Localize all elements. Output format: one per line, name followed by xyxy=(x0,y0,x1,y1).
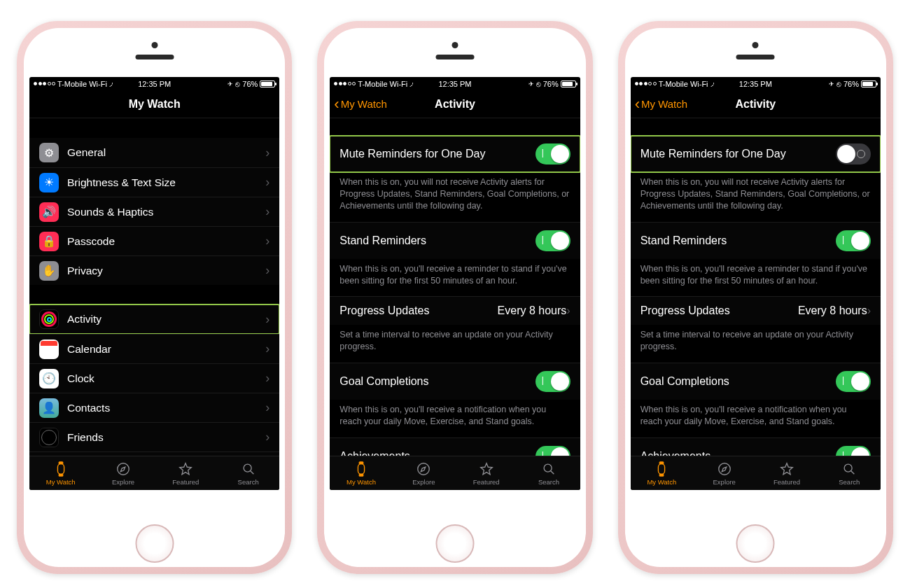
tab-search[interactable]: Search xyxy=(217,456,279,490)
status-bar: T-Mobile Wi-Fi⵰ 12:35 PM ✈︎⎋ 76% xyxy=(330,77,580,90)
tab-explore[interactable]: Explore xyxy=(393,456,455,490)
tab-featured[interactable]: Featured xyxy=(155,456,217,490)
toggle[interactable] xyxy=(836,446,871,456)
list-item-general[interactable]: ⚙ General › xyxy=(29,138,279,167)
toggle[interactable] xyxy=(836,230,871,251)
list-item-brightness-text-size[interactable]: ☀ Brightness & Text Size › xyxy=(29,167,279,197)
tab-search[interactable]: Search xyxy=(818,456,881,490)
list-item-health[interactable]: ♥ Health › xyxy=(29,451,279,456)
tab-bar: My Watch Explore Featured Search xyxy=(29,456,279,490)
list-item-label: Clock xyxy=(67,372,265,385)
svg-point-9 xyxy=(544,464,552,472)
progress-value: Every 8 hours xyxy=(798,304,867,317)
progress-updates-row[interactable]: Progress Updates Every 8 hours › xyxy=(330,296,580,325)
list-item-contacts[interactable]: 👤 Contacts › xyxy=(29,393,279,422)
achievements-row[interactable]: Achievements xyxy=(330,438,580,456)
progress-footer: Set a time interval to receive an update… xyxy=(631,325,881,363)
stand-reminders-row[interactable]: Stand Reminders xyxy=(631,222,881,259)
toggle[interactable] xyxy=(536,371,570,392)
tab-featured[interactable]: Featured xyxy=(755,456,818,490)
back-button[interactable]: ‹My Watch xyxy=(635,97,687,112)
status-time: 12:35 PM xyxy=(138,80,171,88)
goal-footer: When this is on, you'll receive a notifi… xyxy=(631,400,881,438)
brightness-text-size-icon: ☀ xyxy=(39,173,59,192)
friends-icon xyxy=(39,428,59,447)
list-item-label: Passcode xyxy=(67,235,265,248)
nav-title: Activity xyxy=(435,98,475,111)
home-button[interactable] xyxy=(435,524,474,563)
chevron-left-icon: ‹ xyxy=(635,97,640,112)
tab-my-watch[interactable]: My Watch xyxy=(330,456,392,490)
tab-featured[interactable]: Featured xyxy=(455,456,517,490)
chevron-right-icon: › xyxy=(867,304,871,317)
svg-point-4 xyxy=(244,464,251,472)
calendar-icon xyxy=(39,340,59,359)
svg-point-3 xyxy=(118,463,130,475)
status-bar: T-Mobile Wi-Fi ⵰ 12:35 PM ✈︎ ⎋ 76% xyxy=(29,77,279,90)
mute-reminders-label: Mute Reminders for One Day xyxy=(340,148,535,160)
mute-reminders-row[interactable]: Mute Reminders for One Day xyxy=(330,135,580,172)
tab-search[interactable]: Search xyxy=(517,456,580,490)
list-item-passcode[interactable]: 🔒 Passcode › xyxy=(29,226,279,255)
activity-icon xyxy=(39,309,59,329)
progress-value: Every 8 hours xyxy=(498,304,567,317)
list-item-clock[interactable]: 🕙 Clock › xyxy=(29,363,279,393)
goal-completions-row[interactable]: Goal Completions xyxy=(330,363,580,400)
tab-explore[interactable]: Explore xyxy=(693,456,755,490)
list-item-activity[interactable]: Activity › xyxy=(29,304,279,334)
svg-rect-6 xyxy=(359,461,363,463)
home-button[interactable] xyxy=(135,524,174,563)
toggle[interactable] xyxy=(536,230,570,251)
location-icon: ✈︎ xyxy=(227,80,233,88)
toggle[interactable] xyxy=(536,446,570,456)
back-button[interactable]: ‹My Watch xyxy=(334,97,386,112)
list-item-label: Activity xyxy=(67,313,265,326)
chevron-right-icon: › xyxy=(265,234,270,248)
list-item-sounds-haptics[interactable]: 🔊 Sounds & Haptics › xyxy=(29,197,279,226)
list-item-privacy[interactable]: ✋ Privacy › xyxy=(29,255,279,285)
tab-my-watch[interactable]: My Watch xyxy=(631,456,693,490)
phone-1: T-Mobile Wi-Fi ⵰ 12:35 PM ✈︎ ⎋ 76% My Wa… xyxy=(17,21,292,574)
mute-reminders-label: Mute Reminders for One Day xyxy=(640,148,836,160)
clock-icon: 🕙 xyxy=(39,369,59,388)
nav-title: My Watch xyxy=(129,98,181,111)
list-item-calendar[interactable]: Calendar › xyxy=(29,334,279,363)
chevron-right-icon: › xyxy=(265,400,270,415)
list-item-label: Contacts xyxy=(67,402,265,414)
list-item-label: Calendar xyxy=(67,343,265,356)
list-item-friends[interactable]: Friends › xyxy=(29,422,279,451)
toggle[interactable] xyxy=(836,371,871,392)
mute-reminders-row[interactable]: Mute Reminders for One Day xyxy=(631,135,881,172)
screen-activity-off: T-Mobile Wi-Fi⵰ 12:35 PM ✈︎⎋ 76% ‹My Wat… xyxy=(631,77,881,490)
tab-bar: My Watch Explore Featured Search xyxy=(330,456,580,490)
tab-my-watch[interactable]: My Watch xyxy=(29,456,92,490)
goal-completions-row[interactable]: Goal Completions xyxy=(631,363,881,400)
phone-3: T-Mobile Wi-Fi⵰ 12:35 PM ✈︎⎋ 76% ‹My Wat… xyxy=(618,21,893,574)
stand-footer: When this is on, you'll receive a remind… xyxy=(631,259,881,297)
mute-footer: When this is on, you will not receive Ac… xyxy=(330,172,580,222)
stand-reminders-row[interactable]: Stand Reminders xyxy=(330,222,580,259)
chevron-right-icon: › xyxy=(265,175,270,190)
chevron-right-icon: › xyxy=(265,430,270,444)
stand-footer: When this is on, you'll receive a remind… xyxy=(330,259,580,297)
svg-rect-5 xyxy=(358,463,364,474)
contacts-icon: 👤 xyxy=(39,398,59,418)
nav-bar: My Watch xyxy=(29,90,279,118)
svg-rect-12 xyxy=(660,474,664,476)
progress-updates-row[interactable]: Progress Updates Every 8 hours › xyxy=(631,296,881,325)
carrier-label: T-Mobile Wi-Fi xyxy=(57,80,107,88)
home-button[interactable] xyxy=(736,524,775,563)
privacy-icon: ✋ xyxy=(39,261,59,281)
tab-explore[interactable]: Explore xyxy=(92,456,154,490)
battery-icon xyxy=(260,80,275,88)
svg-rect-1 xyxy=(59,461,63,463)
achievements-row[interactable]: Achievements xyxy=(631,438,881,456)
chevron-right-icon: › xyxy=(265,146,270,160)
chevron-right-icon: › xyxy=(265,263,270,278)
toggle[interactable] xyxy=(836,144,871,164)
sounds-haptics-icon: 🔊 xyxy=(39,202,59,222)
toggle[interactable] xyxy=(536,144,570,164)
list-item-label: Privacy xyxy=(67,265,265,277)
chevron-right-icon: › xyxy=(265,371,270,386)
chevron-right-icon: › xyxy=(265,342,270,356)
